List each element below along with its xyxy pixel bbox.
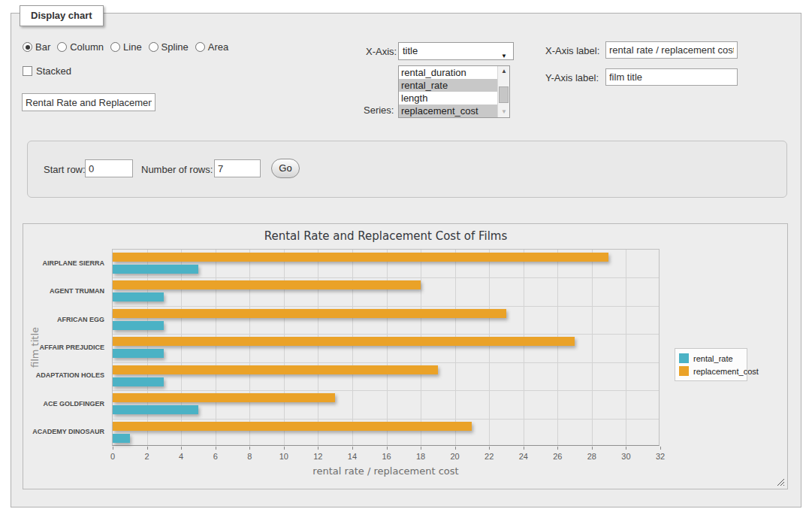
x-tick-label: 14 xyxy=(348,452,357,461)
bar-rental_rate xyxy=(113,405,198,414)
screen: Display chart BarColumnLineSplineArea St… xyxy=(0,0,812,512)
x-tick-label: 26 xyxy=(553,452,562,461)
x-tick-label: 28 xyxy=(587,452,596,461)
number-of-rows-input[interactable] xyxy=(214,159,261,177)
category-label: AGENT TRUMAN xyxy=(50,287,104,295)
start-row-input[interactable] xyxy=(85,159,133,177)
bar-replacement_cost xyxy=(113,280,421,289)
gridline xyxy=(113,277,659,278)
chart-type-option-column[interactable]: Column xyxy=(57,41,104,53)
radio-icon[interactable] xyxy=(110,42,120,52)
gridline xyxy=(524,250,524,445)
bar-rental_rate xyxy=(113,265,198,274)
x-tick-label: 22 xyxy=(484,452,494,461)
x-tick-label: 30 xyxy=(621,452,630,461)
x-tick-label: 4 xyxy=(179,452,183,461)
series-option[interactable]: replacement_cost xyxy=(399,105,497,117)
scroll-down-icon[interactable]: ▼ xyxy=(498,107,510,117)
x-axis-select-label: X-Axis: xyxy=(366,46,397,57)
gridline xyxy=(113,419,659,420)
bar-replacement_cost xyxy=(113,365,438,374)
x-axis-label-input[interactable] xyxy=(605,41,738,59)
bar-replacement_cost xyxy=(113,337,575,346)
x-tick-mark xyxy=(249,447,250,450)
x-tick-mark xyxy=(181,447,182,450)
chart-type-option-area[interactable]: Area xyxy=(195,41,228,53)
x-tick-mark xyxy=(216,447,216,450)
chart-type-label: Bar xyxy=(35,41,50,53)
start-row-label: Start row: xyxy=(44,164,86,175)
radio-icon[interactable] xyxy=(57,42,67,52)
x-axis-selected-value: title xyxy=(403,45,418,56)
gridline xyxy=(455,250,456,445)
gridline xyxy=(489,250,490,445)
gridline xyxy=(113,390,659,391)
category-label: AFFAIR PREJUDICE xyxy=(39,344,104,351)
chart-type-option-line[interactable]: Line xyxy=(110,41,142,53)
gridline xyxy=(352,250,353,445)
y-axis-title: film title xyxy=(29,327,41,368)
gridline xyxy=(113,334,659,335)
x-axis-label-field-label: X-Axis label: xyxy=(545,45,599,56)
radio-icon[interactable] xyxy=(195,42,205,52)
x-tick-mark xyxy=(660,447,661,450)
checkbox-icon[interactable] xyxy=(23,66,32,76)
series-option[interactable]: length xyxy=(399,92,497,105)
chart-container: Rental Rate and Replacement Cost of Film… xyxy=(23,223,788,489)
chart-type-option-bar[interactable]: Bar xyxy=(23,41,50,53)
x-tick-mark xyxy=(592,447,593,450)
gridline xyxy=(113,306,659,307)
legend-item: replacement_cost xyxy=(679,365,743,377)
chart-type-group: BarColumnLineSplineArea xyxy=(23,41,228,53)
series-listbox[interactable]: ▲ ▼ rental_durationrental_ratelengthrepl… xyxy=(398,65,510,118)
series-list-scrollbar[interactable]: ▲ ▼ xyxy=(497,66,509,117)
bar-rental_rate xyxy=(113,321,164,330)
scroll-up-icon[interactable]: ▲ xyxy=(498,66,510,77)
chart-title-input[interactable] xyxy=(22,93,155,111)
bar-rental_rate xyxy=(113,434,130,443)
series-option[interactable]: rental_rate xyxy=(399,79,497,92)
x-tick-label: 0 xyxy=(110,452,115,461)
gridline xyxy=(113,362,659,363)
bar-replacement_cost xyxy=(113,253,608,262)
series-option[interactable]: rental_duration xyxy=(399,66,497,79)
x-tick-label: 16 xyxy=(382,452,391,461)
gridline xyxy=(387,250,388,445)
gridline xyxy=(421,250,421,445)
scrollbar-thumb[interactable] xyxy=(499,86,509,103)
chart-type-label: Spline xyxy=(161,41,189,53)
x-tick-mark xyxy=(489,447,490,450)
radio-icon[interactable] xyxy=(149,42,158,52)
go-button[interactable]: Go xyxy=(271,159,300,178)
y-axis-label-input[interactable] xyxy=(605,68,738,86)
x-tick-mark xyxy=(557,447,558,450)
x-axis-select[interactable]: title ▼ xyxy=(398,42,514,60)
gridline xyxy=(216,250,216,445)
x-tick-mark xyxy=(455,447,456,450)
resize-handle-icon[interactable] xyxy=(777,478,784,486)
x-tick-label: 24 xyxy=(519,452,528,461)
x-tick-mark xyxy=(318,447,318,450)
bar-rental_rate xyxy=(113,377,164,386)
x-tick-label: 12 xyxy=(313,452,322,461)
gridline xyxy=(592,250,593,445)
x-tick-mark xyxy=(524,447,524,450)
x-tick-mark xyxy=(147,447,148,450)
radio-icon[interactable] xyxy=(23,42,32,52)
x-tick-label: 18 xyxy=(416,452,425,461)
category-label: AIRPLANE SIERRA xyxy=(42,259,104,267)
x-tick-label: 8 xyxy=(247,452,252,461)
chart-type-option-spline[interactable]: Spline xyxy=(149,41,189,53)
x-tick-label: 10 xyxy=(279,452,288,461)
y-axis-label-field-label: Y-Axis label: xyxy=(545,72,599,83)
dropdown-arrow-icon: ▼ xyxy=(501,48,507,65)
x-tick-mark xyxy=(352,447,353,450)
gridline xyxy=(626,250,626,445)
number-of-rows-label: Number of rows: xyxy=(141,164,213,175)
gridline xyxy=(181,250,182,445)
stacked-option[interactable]: Stacked xyxy=(23,65,71,77)
legend-label: rental_rate xyxy=(693,354,733,363)
gridline xyxy=(249,250,250,445)
category-label: ACADEMY DINOSAUR xyxy=(32,428,104,435)
gridline xyxy=(147,250,148,445)
